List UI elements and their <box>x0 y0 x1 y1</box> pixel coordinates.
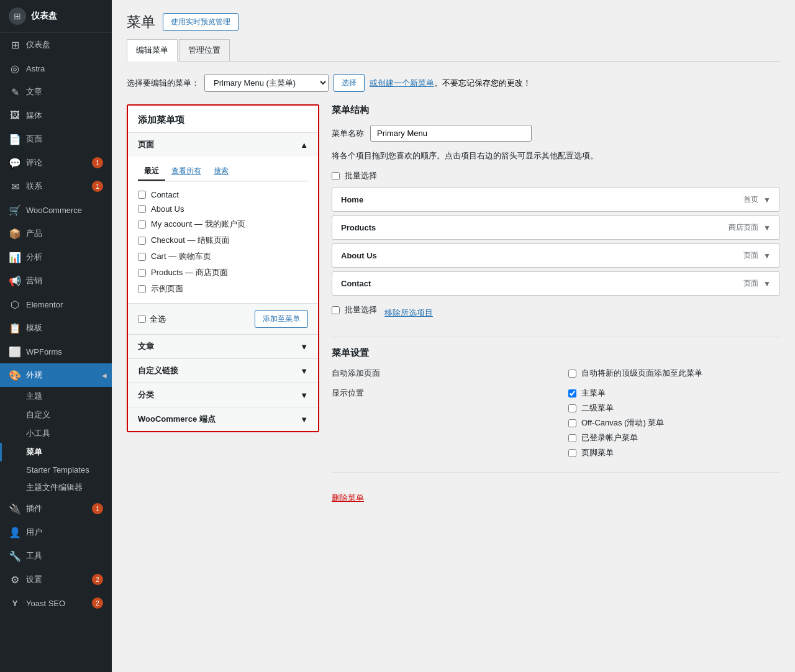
select-all-checkbox[interactable] <box>138 315 146 323</box>
woo-endpoints-expand-icon: ▼ <box>300 415 308 424</box>
home-item-chevron[interactable]: ▼ <box>763 196 771 204</box>
page-header: 菜单 使用实时预览管理 <box>127 12 780 32</box>
categories-accordion-header[interactable]: 分类 ▼ <box>128 383 318 407</box>
tools-icon: 🔧 <box>9 550 21 562</box>
select-menu-button[interactable]: 选择 <box>334 74 365 92</box>
sidebar-sub-customize[interactable]: 自定义 <box>0 406 112 424</box>
remove-selected-button[interactable]: 移除所选项目 <box>384 307 433 319</box>
sidebar-sub-starter-templates[interactable]: Starter Templates <box>0 461 112 478</box>
posts-expand-icon: ▼ <box>300 342 308 352</box>
sidebar-item-comments[interactable]: 💬 评论 1 <box>0 151 112 175</box>
bulk-select-top-checkbox[interactable] <box>332 172 340 180</box>
sidebar-item-tools[interactable]: 🔧 工具 <box>0 544 112 568</box>
location-offcanvas-checkbox[interactable] <box>568 419 576 427</box>
menu-name-label: 菜单名称 <box>332 128 364 139</box>
sidebar-item-analytics[interactable]: 📊 分析 <box>0 245 112 269</box>
tab-edit-menu[interactable]: 编辑菜单 <box>127 39 178 61</box>
bulk-select-top: 批量选择 <box>332 170 780 181</box>
posts-accordion-header[interactable]: 文章 ▼ <box>128 335 318 358</box>
contact-badge: 1 <box>92 181 103 192</box>
page-checkout-checkbox[interactable] <box>138 237 146 245</box>
woo-icon: 🛒 <box>9 204 21 216</box>
page-sample-checkbox[interactable] <box>138 285 146 293</box>
menu-select-dropdown[interactable]: Primary Menu (主菜单) <box>204 74 329 92</box>
delete-menu-link[interactable]: 删除菜单 <box>332 493 364 504</box>
site-name: 仪表盘 <box>31 11 57 22</box>
sidebar-item-astra[interactable]: ◎ Astra <box>0 57 112 80</box>
tab-manage-locations[interactable]: 管理位置 <box>179 39 230 61</box>
sidebar-item-users[interactable]: 👤 用户 <box>0 520 112 544</box>
menu-settings: 菜单设置 自动添加页面 自动将新的顶级页面添加至此菜单 显示位置 <box>332 347 780 462</box>
sidebar-item-media[interactable]: 🖼 媒体 <box>0 104 112 127</box>
location-loggedin-row: 已登录帐户菜单 <box>568 432 780 443</box>
menu-items-list: Home 首页 ▼ Products 商店页面 ▼ About Us <box>332 188 780 296</box>
sidebar-sub-theme-editor[interactable]: 主题文件编辑器 <box>0 478 112 497</box>
pages-tab-search[interactable]: 搜索 <box>207 163 235 181</box>
custom-links-accordion-header[interactable]: 自定义链接 ▼ <box>128 359 318 383</box>
location-footer-row: 页脚菜单 <box>568 447 780 458</box>
page-title-text: 菜单 <box>127 12 155 32</box>
bulk-select-bottom-label: 批量选择 <box>345 304 377 316</box>
categories-expand-icon: ▼ <box>300 391 308 400</box>
sidebar-item-settings[interactable]: ⚙ 设置 2 <box>0 568 112 591</box>
posts-section: 文章 ▼ <box>128 334 318 358</box>
sidebar-logo: ⊞ 仪表盘 <box>0 0 112 33</box>
location-loggedin-checkbox[interactable] <box>568 434 576 442</box>
yoast-icon: Y <box>9 597 21 609</box>
preview-button[interactable]: 使用实时预览管理 <box>163 13 238 31</box>
sidebar-item-marketing[interactable]: 📢 营销 <box>0 269 112 293</box>
sidebar-item-appearance[interactable]: 🎨 外观 ◀ <box>0 363 112 387</box>
woo-endpoints-accordion-header[interactable]: WooCommerce 端点 ▼ <box>128 407 318 431</box>
sidebar-sub-menus[interactable]: 菜单 <box>0 443 112 461</box>
sidebar-item-elementor[interactable]: ⬡ Elementor <box>0 293 112 316</box>
pages-tab-view-all[interactable]: 查看所有 <box>165 163 207 181</box>
auto-add-checkbox[interactable] <box>568 370 576 378</box>
sidebar-item-products[interactable]: 📦 产品 <box>0 222 112 245</box>
sidebar-item-woocommerce[interactable]: 🛒 WooCommerce <box>0 198 112 222</box>
page-myaccount-checkbox[interactable] <box>138 220 146 229</box>
page-contact-checkbox[interactable] <box>138 191 146 199</box>
add-panel-title: 添加菜单项 <box>128 106 318 132</box>
display-label-col: 显示位置 <box>332 388 543 462</box>
location-secondary-checkbox[interactable] <box>568 404 576 412</box>
sidebar: ⊞ 仪表盘 ⊞ 仪表盘 ◎ Astra ✎ 文章 🖼 媒体 📄 页面 💬 评论 … <box>0 0 112 672</box>
location-offcanvas-row: Off-Canvas (滑动) 菜单 <box>568 417 780 429</box>
display-locations-col: 主菜单 二级菜单 Off-Canvas (滑动) 菜单 已登录帐户菜单 <box>568 388 780 462</box>
menu-item-contact: Contact 页面 ▼ <box>332 271 780 296</box>
sidebar-item-pages[interactable]: 📄 页面 <box>0 127 112 151</box>
sidebar-item-posts[interactable]: ✎ 文章 <box>0 80 112 104</box>
menu-name-input[interactable] <box>370 125 532 142</box>
menu-item-home-right: 首页 ▼ <box>743 194 771 205</box>
menu-description: 将各个项目拖到您喜欢的顺序。点击项目右边的箭头可显示其他配置选项。 <box>332 150 780 161</box>
location-footer-checkbox[interactable] <box>568 449 576 457</box>
sidebar-sub-widgets[interactable]: 小工具 <box>0 424 112 443</box>
sidebar-item-plugins[interactable]: 🔌 插件 1 <box>0 497 112 520</box>
list-item: About Us <box>138 202 308 216</box>
sidebar-item-contact[interactable]: ✉ 联系 1 <box>0 175 112 198</box>
dashboard-icon: ⊞ <box>9 7 26 25</box>
page-cart-checkbox[interactable] <box>138 253 146 261</box>
location-primary-row: 主菜单 <box>568 388 780 399</box>
two-col-layout: 添加菜单项 页面 ▲ 最近 查看所有 搜索 Conta <box>127 104 780 504</box>
sidebar-item-templates[interactable]: 📋 模板 <box>0 316 112 340</box>
location-primary-checkbox[interactable] <box>568 389 576 397</box>
add-to-menu-button[interactable]: 添加至菜单 <box>255 310 308 328</box>
create-new-menu-link[interactable]: 或创建一个新菜单 <box>370 78 434 88</box>
settings-icon: ⚙ <box>9 573 21 586</box>
contact-item-chevron[interactable]: ▼ <box>763 279 771 288</box>
sidebar-item-wpforms[interactable]: ⬜ WPForms <box>0 340 112 363</box>
sidebar-item-dashboard[interactable]: ⊞ 仪表盘 <box>0 33 112 57</box>
display-location-row: 显示位置 主菜单 二级菜单 Off-Canvas ( <box>332 388 780 462</box>
sidebar-sub-themes[interactable]: 主题 <box>0 387 112 406</box>
sidebar-item-yoast[interactable]: Y Yoast SEO 2 <box>0 591 112 615</box>
templates-icon: 📋 <box>9 322 21 334</box>
products-item-chevron[interactable]: ▼ <box>763 224 771 232</box>
select-all-label[interactable]: 全选 <box>138 314 166 325</box>
page-about-checkbox[interactable] <box>138 205 146 213</box>
pages-tab-recent[interactable]: 最近 <box>138 163 165 181</box>
pages-accordion-header[interactable]: 页面 ▲ <box>128 133 318 157</box>
page-products-checkbox[interactable] <box>138 269 146 277</box>
bulk-select-bottom-checkbox[interactable] <box>332 306 340 314</box>
dashboard-nav-icon: ⊞ <box>9 39 21 51</box>
about-item-chevron[interactable]: ▼ <box>763 252 771 260</box>
